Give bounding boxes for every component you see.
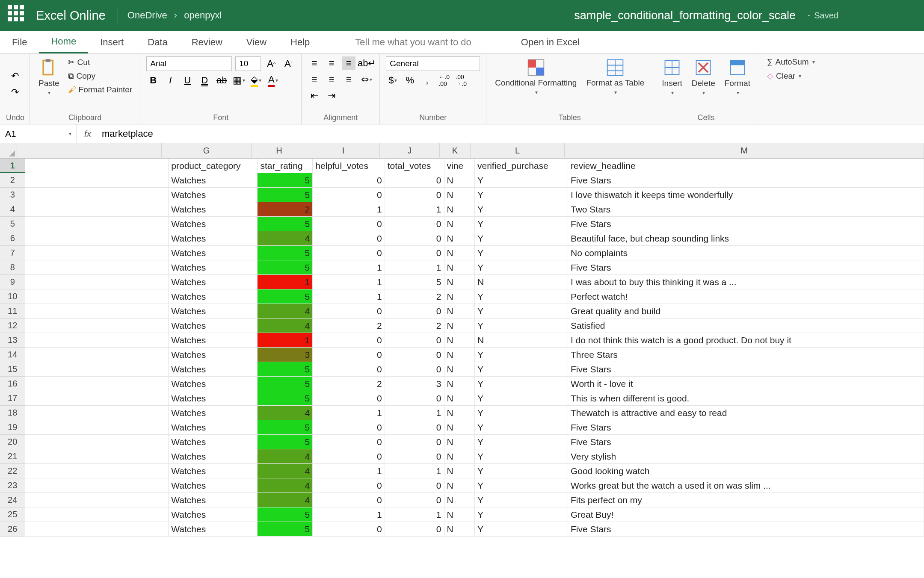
format-as-table-button[interactable]: Format as Table▾ xyxy=(583,56,647,97)
document-title[interactable]: sample_conditional_formatting_color_scal… xyxy=(574,9,796,22)
cell[interactable]: Watches xyxy=(169,435,258,449)
row-header[interactable]: 8 xyxy=(0,260,25,275)
cell[interactable]: Five Stars xyxy=(568,522,924,537)
cell[interactable]: vine xyxy=(444,159,475,173)
decrease-decimal-icon[interactable]: .00→.0 xyxy=(454,74,468,87)
row-header[interactable]: 5 xyxy=(0,217,25,231)
cell[interactable]: Watches xyxy=(169,391,258,406)
cell[interactable]: Y xyxy=(475,304,568,318)
row-header[interactable]: 20 xyxy=(0,435,25,449)
row-header[interactable]: 13 xyxy=(0,333,25,348)
font-name-select[interactable] xyxy=(146,56,232,71)
cell[interactable]: 5 xyxy=(258,420,313,435)
cell[interactable]: N xyxy=(444,231,475,246)
cell[interactable]: Very stylish xyxy=(568,449,924,464)
cell[interactable]: Watches xyxy=(169,449,258,464)
merge-button[interactable]: ⇔▾ xyxy=(360,73,373,86)
row-header[interactable]: 18 xyxy=(0,406,25,420)
cell[interactable]: Five Stars xyxy=(568,260,924,275)
row-header[interactable]: 17 xyxy=(0,391,25,406)
cell[interactable]: product_category xyxy=(169,159,258,173)
cell[interactable]: Perfect watch! xyxy=(568,289,924,304)
cell[interactable]: Watches xyxy=(169,275,258,289)
cell[interactable]: Y xyxy=(475,493,568,507)
tell-me-search[interactable]: Tell me what you want to do xyxy=(343,31,483,53)
cell[interactable]: 5 xyxy=(258,435,313,449)
cell[interactable]: Y xyxy=(475,449,568,464)
copy-button[interactable]: ⧉Copy xyxy=(66,71,134,82)
cell[interactable]: N xyxy=(444,304,475,318)
cell[interactable] xyxy=(25,260,169,275)
cell[interactable]: Y xyxy=(475,231,568,246)
cell[interactable]: 1 xyxy=(385,260,444,275)
cell[interactable]: This is when different is good. xyxy=(568,391,924,406)
cell[interactable]: N xyxy=(444,173,475,188)
cell[interactable]: N xyxy=(444,318,475,333)
cell[interactable]: N xyxy=(444,507,475,522)
cell[interactable]: Worth it - love it xyxy=(568,377,924,391)
cell[interactable]: 5 xyxy=(258,217,313,231)
cell[interactable]: Works great but the watch a used it on w… xyxy=(568,478,924,493)
borders-button[interactable]: ▦▾ xyxy=(232,74,246,87)
cell[interactable]: 5 xyxy=(258,377,313,391)
cell[interactable]: 1 xyxy=(258,333,313,348)
cell[interactable]: 4 xyxy=(258,318,313,333)
cell[interactable]: Five Stars xyxy=(568,420,924,435)
paste-button[interactable]: Paste ▾ xyxy=(36,56,62,97)
cell[interactable] xyxy=(25,246,169,260)
align-center-icon[interactable]: ≡ xyxy=(325,73,338,86)
select-all-corner[interactable] xyxy=(0,143,17,159)
align-middle-icon[interactable]: ≡ xyxy=(325,56,338,70)
cell[interactable]: N xyxy=(444,202,475,217)
cell[interactable]: 5 xyxy=(258,362,313,377)
cell[interactable]: Two Stars xyxy=(568,202,924,217)
cell[interactable]: N xyxy=(444,275,475,289)
cell[interactable]: Watches xyxy=(169,260,258,275)
cell[interactable]: 1 xyxy=(313,289,385,304)
tab-home[interactable]: Home xyxy=(39,31,88,53)
cell[interactable]: Watches xyxy=(169,522,258,537)
cell[interactable]: N xyxy=(444,333,475,348)
name-box[interactable]: A1 ▾ xyxy=(0,124,77,143)
cell[interactable]: 0 xyxy=(385,478,444,493)
cell[interactable]: Watches xyxy=(169,348,258,362)
redo-icon[interactable]: ↷ xyxy=(8,86,22,99)
cell[interactable] xyxy=(25,231,169,246)
wrap-text-button[interactable]: ab↵ xyxy=(360,56,373,70)
cell[interactable]: N xyxy=(444,377,475,391)
cell[interactable]: 2 xyxy=(313,377,385,391)
cell[interactable]: I do not think this watch is a good prod… xyxy=(568,333,924,348)
cell[interactable]: 0 xyxy=(313,188,385,202)
cell[interactable]: 1 xyxy=(385,464,444,478)
cell[interactable]: N xyxy=(475,333,568,348)
cell[interactable]: Y xyxy=(475,362,568,377)
cell[interactable]: 5 xyxy=(258,246,313,260)
font-size-select[interactable] xyxy=(235,56,261,71)
cell[interactable]: 0 xyxy=(313,362,385,377)
bold-button[interactable]: B xyxy=(146,74,160,87)
cell[interactable]: 2 xyxy=(385,289,444,304)
row-header[interactable]: 6 xyxy=(0,231,25,246)
cell[interactable] xyxy=(25,275,169,289)
row-header[interactable]: 12 xyxy=(0,318,25,333)
comma-button[interactable]: , xyxy=(420,74,434,87)
align-bottom-icon[interactable]: ≡ xyxy=(342,56,355,70)
cell[interactable]: Watches xyxy=(169,420,258,435)
cell[interactable]: Great quality and build xyxy=(568,304,924,318)
row-header[interactable]: 25 xyxy=(0,507,25,522)
cell[interactable]: 0 xyxy=(385,435,444,449)
cell[interactable]: 0 xyxy=(385,362,444,377)
cell[interactable]: Watches xyxy=(169,304,258,318)
cell[interactable]: 1 xyxy=(313,406,385,420)
cell[interactable] xyxy=(25,333,169,348)
cell[interactable]: 0 xyxy=(313,522,385,537)
breadcrumb[interactable]: OneDrive › openpyxl xyxy=(127,10,222,21)
cell[interactable]: Watches xyxy=(169,507,258,522)
row-header[interactable]: 21 xyxy=(0,449,25,464)
cell[interactable]: 5 xyxy=(258,188,313,202)
font-color-button[interactable]: A▾ xyxy=(266,74,280,87)
cell[interactable] xyxy=(25,289,169,304)
cell[interactable]: Five Stars xyxy=(568,362,924,377)
cell[interactable]: Y xyxy=(475,348,568,362)
fx-icon[interactable]: fx xyxy=(77,129,98,139)
